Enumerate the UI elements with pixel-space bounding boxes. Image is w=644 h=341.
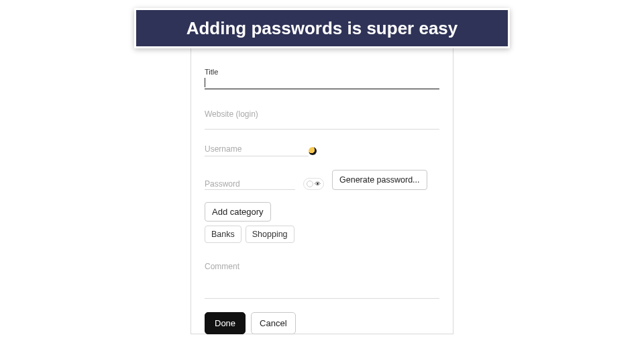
headline-banner: Adding passwords is super easy bbox=[134, 8, 510, 48]
comment-input[interactable] bbox=[205, 298, 439, 299]
headline-text: Adding passwords is super easy bbox=[186, 18, 458, 39]
comment-label: Comment bbox=[205, 262, 439, 271]
username-input[interactable] bbox=[205, 146, 309, 156]
show-password-toggle[interactable]: 👁 bbox=[303, 178, 324, 190]
title-input[interactable] bbox=[205, 77, 439, 89]
category-chip[interactable]: Shopping bbox=[246, 226, 294, 243]
done-button[interactable]: Done bbox=[205, 312, 246, 334]
title-field[interactable]: Title bbox=[205, 68, 439, 89]
toggle-knob bbox=[307, 181, 313, 187]
website-label: Website (login) bbox=[205, 109, 439, 119]
category-section: Add category Banks Shopping bbox=[205, 202, 439, 243]
title-label: Title bbox=[205, 68, 439, 76]
category-chip[interactable]: Banks bbox=[205, 226, 241, 243]
eye-icon: 👁 bbox=[315, 181, 321, 187]
website-field[interactable]: Website (login) bbox=[205, 109, 439, 130]
comment-field[interactable]: Comment bbox=[205, 262, 439, 299]
password-row: Password 👁 Generate password... bbox=[205, 170, 439, 190]
norton-icon bbox=[309, 146, 318, 155]
password-field[interactable]: Password bbox=[205, 179, 295, 190]
add-password-panel: Title Website (login) Username Password bbox=[191, 39, 453, 334]
generate-password-button[interactable]: Generate password... bbox=[332, 170, 427, 190]
website-input[interactable] bbox=[205, 119, 439, 130]
footer-actions: Done Cancel bbox=[205, 312, 439, 334]
username-field[interactable]: Username bbox=[205, 144, 439, 156]
cancel-button[interactable]: Cancel bbox=[251, 312, 295, 334]
add-category-button[interactable]: Add category bbox=[205, 202, 271, 222]
text-caret bbox=[205, 78, 205, 87]
